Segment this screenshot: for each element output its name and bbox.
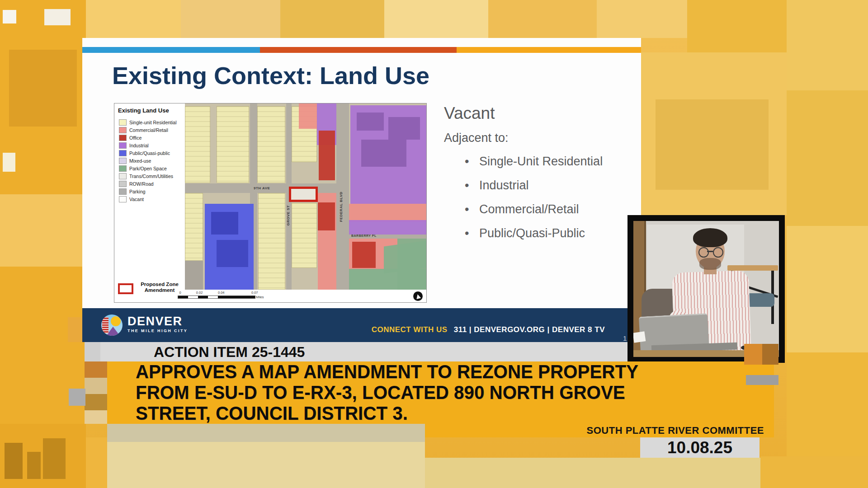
office-block <box>352 242 376 268</box>
north-arrow-icon <box>413 291 423 301</box>
legend-swatch <box>119 188 127 195</box>
chair-cushion <box>746 293 774 307</box>
map-legend: Existing Land Use Single-unit Residentia… <box>114 103 185 302</box>
legend-title: Existing Land Use <box>118 107 169 114</box>
bullet-item: Commercial/Retail <box>465 202 714 216</box>
legend-item: Industrial <box>119 142 149 149</box>
parking-lot <box>185 261 203 290</box>
legend-swatch <box>119 173 127 179</box>
video-content <box>633 221 779 357</box>
stripe-red-segment <box>260 47 457 53</box>
bg-tile <box>787 0 868 90</box>
residential-block <box>217 106 249 183</box>
proposed-zone-legend: Proposed Zone Amendment <box>118 282 182 294</box>
street-label-9th-ave: 9TH AVE <box>254 186 270 190</box>
bg-tile <box>107 424 425 442</box>
bg-tile <box>280 0 384 38</box>
bg-tile <box>384 0 488 38</box>
legend-item: Public/Quasi-public <box>119 150 170 156</box>
bg-tile <box>425 458 760 488</box>
land-use-map-figure: Existing Land Use Single-unit Residentia… <box>114 103 427 303</box>
legend-swatch <box>119 165 127 172</box>
vacant-heading: Vacant <box>444 104 495 123</box>
legend-item: Vacant <box>119 196 144 202</box>
committee-bar: SOUTH PLATTE RIVER COMMITTEE <box>425 424 774 437</box>
residential-block <box>258 193 285 290</box>
bg-tile <box>488 0 597 38</box>
video-inset <box>627 215 785 363</box>
stripe-blue-segment <box>82 47 260 53</box>
banner-deco-block <box>85 378 107 394</box>
proposed-zone-icon <box>118 283 133 294</box>
meeting-date: 10.08.25 <box>667 438 732 457</box>
banner-deco-block <box>744 344 762 365</box>
headline-banner: APPROVES A MAP AMENDMENT TO REZONE PROPE… <box>107 361 774 424</box>
legend-item: Parking <box>119 188 146 195</box>
legend-item: ROW/Road <box>119 180 154 187</box>
action-item-text: ACTION ITEM 25-1445 <box>154 344 305 361</box>
industrial-block <box>350 105 426 204</box>
banner-deco-block <box>85 410 107 424</box>
slide-title: Existing Context: Land Use <box>112 61 429 89</box>
logo-subtitle: THE MILE HIGH CITY <box>127 328 188 333</box>
scale-tick: 0.02 <box>196 291 203 295</box>
residential-block <box>185 106 210 183</box>
papers <box>633 331 646 343</box>
logo-sun-icon <box>111 316 121 326</box>
industrial-block <box>349 220 426 235</box>
action-item-bar: ACTION ITEM 25-1445 <box>100 342 698 361</box>
legend-swatch <box>119 196 127 202</box>
banner-deco-block <box>85 394 107 410</box>
adjacent-to-label: Adjacent to: <box>444 131 509 145</box>
legend-item: Park/Open Space <box>119 165 167 172</box>
slide-page-number: 1 <box>623 334 627 342</box>
banner-line: STREET, COUNCIL DISTRICT 3. <box>136 403 408 424</box>
legend-swatch <box>119 181 127 187</box>
residential-block <box>185 193 203 261</box>
bg-tile <box>0 194 86 267</box>
bg-tile <box>44 9 71 25</box>
residential-block <box>257 106 285 183</box>
legend-item: Commercial/Retail <box>119 127 168 133</box>
legend-item: Trans/Comm/Utilities <box>119 173 173 179</box>
connect-with-us-label: CONNECT WITH US <box>372 325 448 334</box>
bg-tile <box>597 0 687 38</box>
presentation-slide: Existing Context: Land Use Existing Land… <box>82 38 641 342</box>
bg-tile <box>107 442 425 488</box>
glasses-icon <box>698 247 709 258</box>
bg-tile <box>3 10 16 23</box>
logo-wordmark: DENVER THE MILE HIGH CITY <box>127 315 188 333</box>
banner-deco-block <box>762 344 778 365</box>
street-label-grove-st: GROVE ST <box>286 205 290 225</box>
scale-tick: 0 <box>179 291 181 295</box>
side-table <box>727 265 778 271</box>
scale-unit-label: Miles <box>256 295 264 299</box>
scale-bar-segments <box>178 296 255 299</box>
proposed-zone-outline <box>289 187 318 202</box>
bullet-item: Industrial <box>465 178 714 192</box>
legend-item: Office <box>119 134 142 141</box>
action-bar-edge-block <box>85 342 100 361</box>
connect-info-row: CONNECT WITH US 311 | DENVERGOV.ORG | DE… <box>372 325 605 334</box>
commercial-block <box>299 103 317 129</box>
denver-logo <box>101 314 123 336</box>
legend-item: Single-unit Residential <box>119 119 176 126</box>
bg-tile <box>787 226 868 352</box>
legend-swatch <box>119 119 127 126</box>
street-label-federal-blvd: FEDERAL BLVD <box>339 192 343 222</box>
commercial-block <box>349 204 426 222</box>
logo-building-icon <box>102 317 108 333</box>
legend-swatch <box>119 142 127 149</box>
bg-tile <box>3 153 15 172</box>
legend-swatch <box>119 150 127 156</box>
legend-swatch <box>119 135 127 141</box>
bg-tile <box>787 90 868 226</box>
banner-deco-block <box>85 361 107 378</box>
scale-tick: 0.07 <box>251 291 258 295</box>
logo-title: DENVER <box>127 315 188 328</box>
banner-line: FROM E-SU-D TO E-RX-3, LOCATED 890 NORTH… <box>136 382 625 403</box>
slide-accent-stripe <box>82 47 641 53</box>
slide-footer-bar: DENVER THE MILE HIGH CITY CONNECT WITH U… <box>82 308 641 342</box>
banner-deco-block <box>746 375 778 385</box>
bg-tile-city <box>43 438 66 479</box>
